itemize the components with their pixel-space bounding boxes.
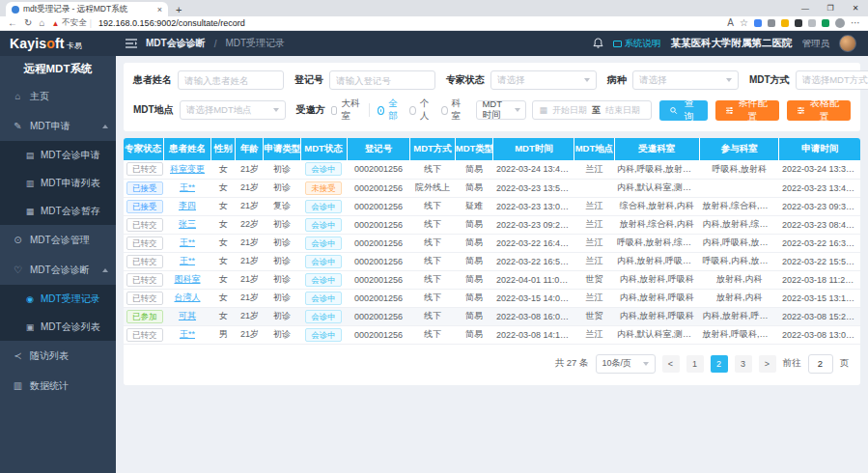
- column-header: MDT方式: [410, 138, 456, 160]
- column-header: MDT地点: [574, 138, 614, 160]
- goto-page-input[interactable]: [808, 354, 833, 374]
- breadcrumb-section[interactable]: MDT会诊诊断: [146, 37, 206, 50]
- mdt-place-select[interactable]: 请选择MDT地点: [180, 100, 286, 120]
- visit-type-cell: 初诊: [264, 215, 300, 234]
- expert-status-select[interactable]: 请选择: [490, 70, 597, 90]
- query-button[interactable]: 查询: [659, 100, 707, 121]
- patient-name-link[interactable]: 台湾人: [174, 292, 200, 302]
- radio-all[interactable]: [378, 106, 384, 115]
- list-icon: ▥: [25, 179, 35, 188]
- new-tab-button[interactable]: +: [176, 3, 182, 16]
- maximize-button[interactable]: ❐: [818, 4, 843, 13]
- tab-close-icon[interactable]: ×: [157, 5, 162, 14]
- time-type-select[interactable]: MDT时间: [476, 100, 526, 120]
- sidebar-item-label: 主页: [30, 90, 49, 103]
- big-dept-checkbox[interactable]: [331, 106, 338, 115]
- patient-name-cell: 可其: [163, 307, 211, 325]
- sidebar-item-followup-list[interactable]: ≺ 随访列表: [0, 341, 116, 371]
- expert-status-label: 专家状态: [446, 73, 485, 87]
- sidebar-item-mdt-manage[interactable]: ⊙ MDT会诊管理: [0, 225, 116, 255]
- joined-depts-cell: 内科,放射科,呼吸科,测试科室: [700, 307, 779, 325]
- sidebar-item-mdt-diagnosis[interactable]: ♡ MDT会诊诊断: [0, 255, 116, 285]
- visit-type-cell: 初诊: [264, 252, 300, 270]
- reg-no-input[interactable]: [329, 70, 435, 90]
- date-range-picker[interactable]: ▦ 开始日期 至 结束日期: [532, 100, 652, 120]
- extension-icon[interactable]: [822, 19, 829, 27]
- extension-icon[interactable]: [795, 19, 802, 27]
- mdt-time-cell: 2022-04-01 11:00:00: [493, 270, 574, 289]
- age-cell: 21岁: [236, 270, 264, 289]
- patient-name-link[interactable]: 王**: [180, 237, 195, 247]
- page-size-select[interactable]: 10条/页: [596, 354, 656, 374]
- expert-status-cell: 已转交: [124, 270, 163, 289]
- page-button-2[interactable]: 2: [711, 355, 728, 373]
- column-header: 患者姓名: [163, 138, 211, 160]
- extension-icon[interactable]: [808, 19, 816, 27]
- mdt-type-cell: 简易: [455, 289, 493, 307]
- sidebar-item-mdt-draft[interactable]: ▦ MDT会诊暂存: [0, 197, 116, 225]
- invited-depts-cell: 内科,默认科室,测试科室: [614, 325, 700, 344]
- patient-name-link[interactable]: 王**: [180, 256, 195, 265]
- system-note-link[interactable]: 系统说明: [613, 38, 661, 50]
- refresh-icon[interactable]: ↻: [24, 18, 32, 28]
- age-cell: 21岁: [236, 325, 264, 344]
- page-button-1[interactable]: 1: [686, 355, 704, 373]
- close-button[interactable]: ✕: [843, 4, 868, 13]
- person-icon: ◉: [25, 294, 35, 304]
- table-config-button[interactable]: 表格配置: [787, 100, 851, 121]
- sidebar-item-home[interactable]: ⌂ 主页: [0, 81, 116, 111]
- mdt-place-cell: 世贸: [574, 270, 614, 289]
- radio-personal[interactable]: [409, 106, 416, 115]
- minimize-button[interactable]: —: [793, 4, 818, 13]
- table-row: 已转交 王** 女 21岁 初诊 会诊中 0002001256 线下 简易 20…: [124, 252, 860, 270]
- mdt-mode-select[interactable]: 请选择MDT方式: [796, 70, 868, 90]
- patient-name-link[interactable]: 科室变更: [170, 164, 205, 174]
- page-button-3[interactable]: 3: [735, 355, 752, 373]
- zoom-text-icon[interactable]: A: [727, 18, 734, 28]
- home-icon[interactable]: ⌂: [39, 18, 44, 28]
- condition-config-label: 条件配置: [737, 97, 769, 124]
- mdt-status-tag: 会诊中: [305, 162, 342, 176]
- sidebar-item-mdt-consult-apply[interactable]: ▤ MDT会诊申请: [0, 141, 116, 169]
- patient-name-link[interactable]: 王**: [180, 329, 195, 339]
- bookmark-star-icon[interactable]: ☆: [740, 18, 748, 28]
- browser-tab[interactable]: mdt受理记录 - 远程MDT系统 ×: [6, 2, 168, 16]
- sidebar-item-mdt-consult-list[interactable]: ▣ MDT会诊列表: [0, 313, 116, 341]
- disease-select[interactable]: 请选择: [632, 70, 739, 90]
- radio-dept[interactable]: [441, 106, 448, 115]
- prev-page-button[interactable]: <: [662, 355, 680, 373]
- reg-no-cell: 0002001256: [347, 160, 410, 179]
- security-chip[interactable]: ▲ 不安全 |: [51, 17, 92, 29]
- joined-depts-cell: 内科,放射科,综合科: [700, 215, 779, 234]
- logo-text: ft: [55, 36, 65, 51]
- patient-name-input[interactable]: [178, 70, 284, 90]
- condition-config-button[interactable]: 条件配置: [715, 100, 779, 121]
- extension-icon[interactable]: [768, 19, 775, 27]
- logo-suffix: 卡易: [67, 41, 82, 51]
- sidebar-item-mdt-apply-list[interactable]: ▥ MDT申请列表: [0, 169, 116, 197]
- column-header: 性别: [211, 138, 236, 160]
- breadcrumb-separator: /: [214, 39, 217, 49]
- browser-address-bar: ← ↻ ⌂ ▲ 不安全 | 192.168.0.156:9002/consult…: [0, 16, 868, 31]
- table-row: 已转交 王** 女 21岁 初诊 会诊中 0002001256 线下 简易 20…: [124, 234, 860, 252]
- browser-menu-icon[interactable]: ⋯: [851, 18, 860, 28]
- sidebar-item-mdt-apply[interactable]: ✎ MDT申请: [0, 111, 116, 141]
- sliders-icon: [726, 106, 733, 115]
- patient-name-link[interactable]: 李四: [179, 201, 196, 210]
- extension-icon[interactable]: [754, 19, 762, 27]
- patient-name-link[interactable]: 张三: [179, 219, 196, 229]
- patient-name-link[interactable]: 可其: [179, 311, 196, 320]
- extension-icon[interactable]: [781, 19, 789, 27]
- sidebar-item-mdt-record[interactable]: ◉ MDT受理记录: [0, 285, 116, 313]
- user-avatar[interactable]: [839, 35, 856, 52]
- collapse-menu-icon[interactable]: [126, 39, 137, 48]
- notification-bell-icon[interactable]: [593, 38, 603, 49]
- url-text[interactable]: 192.168.0.156:9002/consultate/record: [98, 18, 720, 28]
- patient-name-link[interactable]: 图科室: [174, 274, 200, 284]
- share-icon: ≺: [13, 350, 23, 361]
- patient-name-link[interactable]: 王**: [180, 182, 195, 192]
- back-icon[interactable]: ←: [8, 18, 17, 28]
- next-page-button[interactable]: >: [759, 355, 776, 373]
- browser-profile-avatar[interactable]: [835, 18, 845, 28]
- sidebar-item-statistics[interactable]: ▥ 数据统计: [0, 371, 116, 401]
